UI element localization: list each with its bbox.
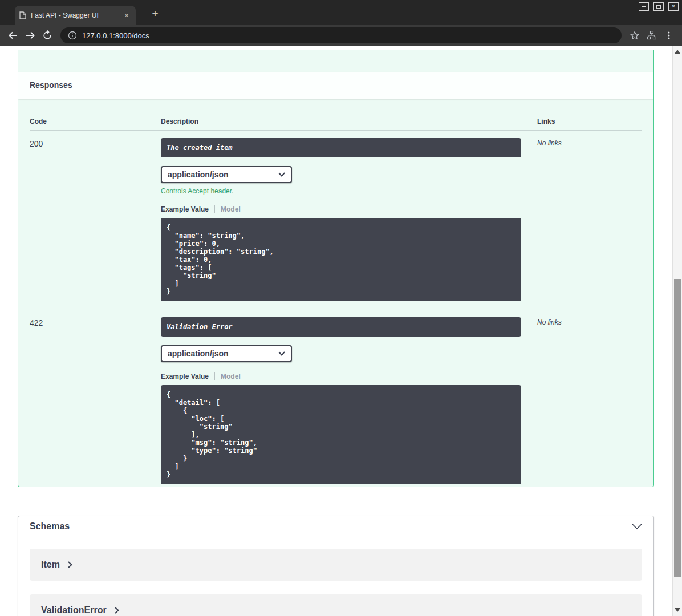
- bookmark-button[interactable]: [627, 28, 642, 43]
- chevron-right-icon: [68, 561, 72, 568]
- new-tab-button[interactable]: +: [148, 7, 162, 21]
- responses-section-header: Responses: [18, 72, 653, 99]
- response-row-200: 200 The created item application/json Co…: [30, 131, 642, 301]
- tab-divider: [214, 205, 215, 213]
- chevron-down-icon: [278, 351, 285, 356]
- chevron-down-icon: [278, 172, 285, 177]
- content-divider: [0, 46, 672, 50]
- address-bar[interactable]: 127.0.0.1:8000/docs: [60, 27, 622, 43]
- media-type-select[interactable]: application/json: [161, 166, 292, 183]
- responses-table-header: Code Description Links: [30, 111, 642, 131]
- responses-title: Responses: [30, 80, 72, 90]
- vertical-scrollbar[interactable]: [672, 46, 682, 616]
- chevron-down-icon[interactable]: [632, 524, 642, 530]
- example-model-tabs: Example Value Model: [161, 205, 537, 213]
- scrollbar-thumb[interactable]: [674, 279, 681, 577]
- response-code: 422: [30, 317, 161, 327]
- minimize-button[interactable]: [639, 2, 649, 11]
- extensions-button[interactable]: [644, 28, 659, 43]
- back-arrow-icon: [7, 30, 19, 41]
- tab-title: Fast API - Swagger UI: [31, 11, 117, 19]
- tab-model[interactable]: Model: [221, 205, 241, 213]
- model-validationerror[interactable]: ValidationError: [30, 594, 642, 616]
- response-description-cell: The created item application/json Contro…: [161, 138, 537, 301]
- tab-example-value[interactable]: Example Value: [161, 372, 209, 380]
- window-controls: ✕: [639, 2, 679, 11]
- browser-titlebar: Fast API - Swagger UI ✕ + ✕: [0, 0, 682, 25]
- accept-header-note: Controls Accept header.: [161, 187, 537, 195]
- chevron-right-icon: [115, 607, 119, 614]
- example-json: { "name": "string", "price": 0, "descrip…: [161, 218, 521, 301]
- opblock-post: Responses Code Description Links 200 The…: [18, 50, 654, 487]
- scroll-up-arrow-icon[interactable]: [675, 50, 680, 54]
- back-button[interactable]: [6, 28, 21, 43]
- browser-menu-button[interactable]: [661, 28, 676, 43]
- tab-model[interactable]: Model: [221, 372, 241, 380]
- close-icon: ✕: [671, 4, 676, 9]
- browser-navbar: 127.0.0.1:8000/docs: [0, 25, 682, 46]
- page-content: Responses Code Description Links 200 The…: [0, 46, 682, 616]
- schemas-title: Schemas: [30, 521, 70, 532]
- reload-icon: [42, 30, 53, 41]
- response-code: 200: [30, 138, 161, 148]
- url-text[interactable]: 127.0.0.1:8000/docs: [82, 31, 149, 40]
- example-json: { "detail": [ { "loc": [ "string" ], "ms…: [161, 385, 521, 484]
- tab-example-value[interactable]: Example Value: [161, 205, 209, 213]
- model-title: ValidationError: [41, 605, 107, 615]
- media-type-value: application/json: [168, 170, 229, 179]
- browser-window: Fast API - Swagger UI ✕ + ✕ 127.0.0.1:80…: [0, 0, 682, 616]
- example-model-tabs: Example Value Model: [161, 372, 537, 380]
- scroll-down-arrow-icon[interactable]: [675, 608, 680, 612]
- kebab-menu-icon: [664, 31, 673, 40]
- schemas-header[interactable]: Schemas: [18, 516, 653, 537]
- media-type-value: application/json: [168, 349, 229, 358]
- schemas-body: Item ValidationError: [18, 537, 653, 616]
- column-header-links: Links: [537, 117, 642, 125]
- response-description-cell: Validation Error application/json Exampl…: [161, 317, 537, 484]
- response-row-422: 422 Validation Error application/json Ex…: [30, 310, 642, 484]
- tab-close-icon[interactable]: ✕: [122, 11, 131, 20]
- star-icon: [630, 30, 640, 40]
- schemas-section: Schemas Item ValidationError: [18, 516, 654, 616]
- response-description: Validation Error: [161, 317, 521, 337]
- site-info-icon[interactable]: [67, 30, 78, 40]
- browser-tab[interactable]: Fast API - Swagger UI ✕: [15, 6, 136, 25]
- forward-button[interactable]: [23, 28, 38, 43]
- tab-divider: [214, 372, 215, 380]
- response-links: No links: [537, 317, 642, 326]
- column-header-code: Code: [30, 117, 161, 125]
- swagger-page: Responses Code Description Links 200 The…: [0, 46, 672, 616]
- minimize-icon: [642, 6, 646, 7]
- maximize-button[interactable]: [653, 2, 664, 11]
- maximize-icon: [656, 5, 661, 9]
- media-type-select[interactable]: application/json: [161, 345, 292, 362]
- model-title: Item: [41, 560, 60, 570]
- page-favicon-icon: [19, 11, 26, 19]
- close-button[interactable]: ✕: [668, 2, 679, 11]
- opblock-body-spacer: [18, 50, 653, 72]
- column-header-description: Description: [161, 117, 537, 125]
- reload-button[interactable]: [40, 28, 55, 43]
- extensions-icon: [647, 30, 657, 40]
- response-links: No links: [537, 138, 642, 147]
- forward-arrow-icon: [25, 30, 36, 41]
- responses-table: Code Description Links 200 The created i…: [18, 99, 653, 487]
- response-description: The created item: [161, 138, 521, 157]
- model-item[interactable]: Item: [30, 549, 642, 581]
